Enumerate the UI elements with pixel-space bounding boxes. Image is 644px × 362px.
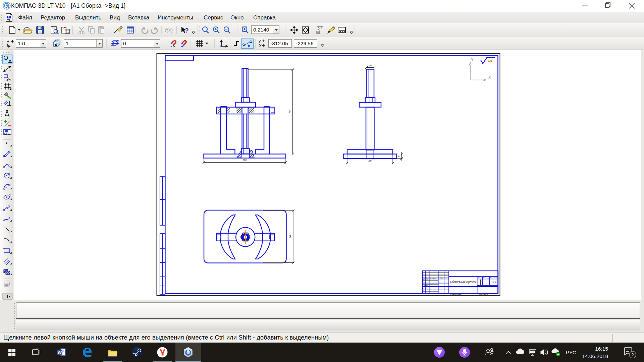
svg-text:Лит.: Лит. xyxy=(477,277,481,279)
svg-text:5: 5 xyxy=(398,156,400,157)
svg-text:Формат А1: Формат А1 xyxy=(479,294,490,296)
svg-text:M6: M6 xyxy=(368,64,372,67)
svg-text:X: X xyxy=(488,75,491,80)
svg-text:Масштаб: Масштаб xyxy=(490,277,497,279)
svg-text:Масса: Масса xyxy=(483,277,487,279)
svg-text:Копировал: Копировал xyxy=(450,294,462,296)
svg-text:70: 70 xyxy=(288,110,291,113)
svg-text:1:1: 1:1 xyxy=(493,281,496,284)
svg-text:f(x): f(x) xyxy=(165,27,173,33)
svg-text:Листов 1: Листов 1 xyxy=(485,285,492,287)
svg-text:125: 125 xyxy=(488,59,492,62)
svg-text:Y: Y xyxy=(258,39,261,44)
svg-text:2: 2 xyxy=(631,352,634,357)
svg-text:80: 80 xyxy=(289,235,292,238)
svg-text:Y: Y xyxy=(471,57,474,62)
svg-text:Н.контр.: Н.контр. xyxy=(423,288,429,290)
svg-text:200: 200 xyxy=(243,159,247,161)
svg-text:Подп: Подп xyxy=(440,277,444,279)
svg-text:РУС: РУС xyxy=(566,350,576,355)
svg-text:16:15: 16:15 xyxy=(595,346,608,352)
svg-text:X: X xyxy=(259,44,262,48)
svg-text:Сборочный чертеж: Сборочный чертеж xyxy=(450,280,476,284)
svg-text:Лист: Лист xyxy=(477,285,481,287)
svg-text:Разраб.: Разраб. xyxy=(423,279,428,281)
svg-text:Утв.: Утв. xyxy=(423,290,426,292)
svg-text:W: W xyxy=(58,350,62,355)
svg-text:14.06.2018: 14.06.2018 xyxy=(582,353,608,359)
svg-text:?: ? xyxy=(185,27,189,34)
svg-text:Пров.: Пров. xyxy=(423,281,427,283)
svg-text:80: 80 xyxy=(369,160,372,163)
svg-text:Т.контр.: Т.контр. xyxy=(423,285,429,286)
